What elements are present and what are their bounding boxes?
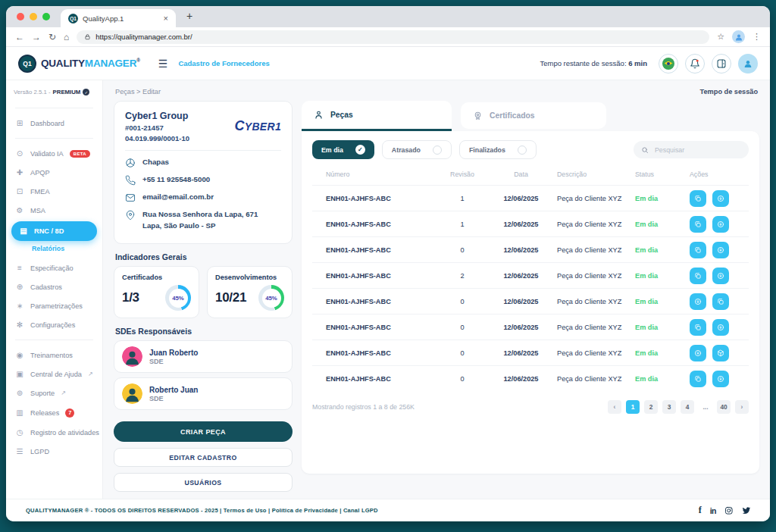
footer-link-pol-tica-de-privacidade[interactable]: Política de Privacidade [272,507,338,514]
logout-button[interactable] [712,54,731,74]
language-flag-button[interactable] [659,54,678,74]
copy-action-button[interactable] [712,293,729,310]
copy-action-button[interactable] [690,190,706,207]
sidebar-item-suporte[interactable]: ⊚Suporte↗ [6,383,102,402]
download-action-button[interactable] [712,268,729,284]
copy-action-button[interactable] [690,268,706,284]
address-bar[interactable]: https://qualitymanager.com.br/ [77,30,709,44]
home-icon[interactable]: ⌂ [64,33,69,42]
check-icon: ✓ [355,145,365,155]
sidebar-item-apqp[interactable]: ✚APQP [6,163,102,182]
sidebar-item-especifica-o[interactable]: ≡Especificação [6,258,102,277]
cell-revisao: 0 [440,246,485,254]
download-action-button[interactable] [712,319,729,336]
search-input[interactable] [653,146,741,155]
sidebar-item-registro-de-atividades[interactable]: ◷Registro de atividades [6,423,102,442]
parts-panel: Em dia✓AtrasadoFinalizados NúmeroRevisão… [302,131,759,474]
download-action-button[interactable] [690,293,706,310]
cell-revisao: 1 [440,221,485,228]
cell-data: 12/06/2025 [485,246,557,254]
sidebar-item-cadastros[interactable]: ⊕Cadastros [6,277,102,296]
page-button-1[interactable]: 1 [626,400,640,414]
contact-row: email@email.com.br [125,192,281,203]
notifications-button[interactable] [685,54,705,74]
activity-icon: ◷ [15,429,24,437]
indicator-card-certificados: Certificados1/345% [114,266,199,318]
download-action-button[interactable] [712,242,729,258]
footer-link-termos-de-uso[interactable]: Termos de Uso [224,507,267,514]
download-action-button[interactable] [712,371,729,387]
page-button-2[interactable]: 2 [644,400,658,414]
tab-certificados[interactable]: Certificados [461,102,606,129]
create-part-button[interactable]: CRIAR PEÇA [114,421,293,442]
footer-link-canal-lgpd[interactable]: Canal LGPD [343,507,378,514]
sde-card-juan-roberto[interactable]: Juan RobertoSDE [114,340,293,373]
linkedin-icon[interactable]: in [710,506,716,515]
sidebar-item-dashboard[interactable]: ⊞Dashboard [6,114,102,133]
close-window-button[interactable] [17,13,24,20]
sidebar-item-rnc-8d[interactable]: ▤RNC / 8D [11,221,97,241]
page-button-4[interactable]: 4 [681,400,694,414]
download-action-button[interactable] [712,190,729,207]
filter-chip-em-dia[interactable]: Em dia✓ [312,140,374,159]
sde-card-roberto-juan[interactable]: Roberto JuanSDE [114,377,293,410]
status-badge: Em dia [635,375,690,383]
prev-page-button[interactable]: ‹ [608,400,621,414]
contact-text: Rua Nossa Senhora da Lapa, 671Lapa, São … [142,209,258,231]
next-page-button[interactable]: › [735,400,749,414]
maximize-window-button[interactable] [42,13,50,20]
sidebar-item-fmea[interactable]: ⊡FMEA [6,182,102,201]
new-tab-button[interactable]: + [186,10,192,22]
facebook-icon[interactable]: f [699,505,702,516]
search-box[interactable] [634,141,749,158]
hamburger-menu-icon[interactable]: ☰ [158,58,168,70]
support-icon: ⊚ [15,390,24,397]
page-button-40[interactable]: 40 [717,400,731,414]
sidebar-item-configura-es[interactable]: ✻Configurações [6,315,102,334]
back-icon[interactable]: ← [15,33,24,42]
sidebar-item-relat-rios[interactable]: Relatórios [6,243,102,258]
header-actions: Tempo restante de sessão: 6 min [540,54,758,74]
bookmark-star-icon[interactable]: ☆ [717,32,724,42]
sde-name: Juan Roberto [149,349,198,357]
browser-tab[interactable]: Q1 QualityApp.1 × [61,9,176,27]
filter-chip-atrasado[interactable]: Atrasado [382,140,452,159]
copy-action-button[interactable] [690,242,706,258]
download-action-button[interactable] [712,216,729,233]
sidebar-item-msa[interactable]: ⚙MSA [6,201,102,220]
copy-action-button[interactable] [690,371,706,387]
header-breadcrumb[interactable]: Cadastro de Fornecedores [178,59,269,67]
users-button[interactable]: USUÁRIOS [114,473,293,492]
radio-circle-icon [518,146,527,155]
browser-profile-avatar[interactable] [732,30,745,43]
gear-icon: ⚙ [15,207,24,214]
tab-pe-as[interactable]: Peças [302,101,452,131]
filter-chip-finalizados[interactable]: Finalizados [459,140,537,159]
filter-label: Em dia [321,146,343,154]
page-button-3[interactable]: 3 [662,400,676,414]
sidebar-item-treinamentos[interactable]: ◉Treinamentos [6,346,102,365]
download-action-button[interactable] [690,345,706,361]
forward-icon[interactable]: → [32,33,41,42]
contact-text: +55 11 925548-5000 [142,174,210,186]
sidebar-item-parametriza-es[interactable]: ∗Parametrizações [6,296,102,315]
twitter-icon[interactable] [742,506,751,515]
breadcrumb[interactable]: Peças > Editar [115,88,161,95]
minimize-window-button[interactable] [30,13,37,20]
browser-menu-icon[interactable]: ⋮ [753,32,761,42]
reload-icon[interactable]: ↻ [48,33,56,42]
edit-registration-button[interactable]: EDITAR CADASTRO [114,448,293,467]
sidebar-item-lgpd[interactable]: ☰LGPD [6,442,102,461]
sidebar-item-releases[interactable]: ▥Releases7 [6,402,102,423]
cell-revisao: 0 [440,324,485,331]
tab-close-icon[interactable]: × [164,14,168,23]
sidebar-item-validato-ia[interactable]: ⊙Validato IABETA [6,144,102,163]
copy-action-button[interactable] [690,319,706,336]
cube-action-button[interactable] [712,345,729,361]
instagram-icon[interactable] [724,506,734,515]
user-avatar[interactable] [738,54,758,74]
sidebar-item-label: Cadastros [30,283,62,291]
cell-revisao: 2 [440,272,485,280]
copy-action-button[interactable] [690,216,706,233]
sidebar-item-central-de-ajuda[interactable]: ▣Central de Ajuda↗ [6,365,102,383]
